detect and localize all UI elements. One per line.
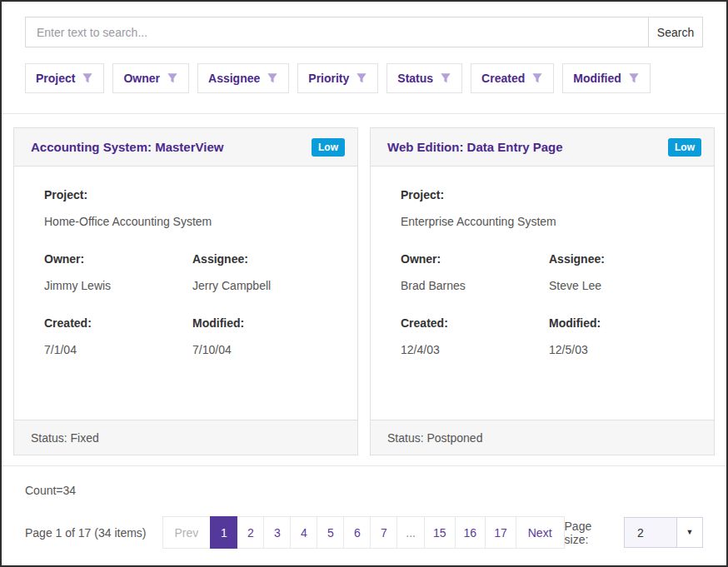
field-label: Project:	[44, 188, 341, 201]
field-value: Enterprise Accounting System	[401, 215, 697, 228]
filter-button-owner[interactable]: Owner	[112, 63, 189, 93]
page-size-dropdown-button[interactable]: ▼	[676, 518, 702, 547]
search-bar: Search	[25, 17, 703, 47]
filter-funnel-icon	[531, 72, 543, 84]
page-size-value[interactable]: 2	[625, 518, 676, 547]
page-size-label: Page size:	[565, 520, 616, 546]
filter-button-label: Assignee	[208, 72, 260, 85]
chevron-down-icon: ▼	[686, 529, 694, 536]
count-summary: Count=34	[25, 484, 703, 497]
card-view-window: Search Project Owner Assignee Priority S…	[0, 0, 728, 567]
pager-page-5[interactable]: 5	[317, 516, 344, 549]
top-divider	[2, 113, 726, 114]
card-list: Accounting System: MasterView Low Projec…	[13, 127, 715, 455]
filter-funnel-icon	[628, 72, 640, 84]
search-input[interactable]	[25, 17, 648, 47]
field-label: Created:	[401, 316, 549, 330]
filter-button-label: Owner	[123, 72, 160, 85]
field-row-created-modified: Created: 7/1/04 Modified: 7/10/04	[44, 316, 341, 356]
pager-prev-button[interactable]: Prev	[162, 516, 212, 549]
field-label: Modified:	[549, 316, 697, 330]
page-size-combobox: 2 ▼	[624, 517, 703, 548]
card-body: Project: Enterprise Accounting System Ow…	[371, 167, 714, 420]
field-created: Created: 7/1/04	[44, 316, 192, 356]
field-project: Project: Enterprise Accounting System	[401, 188, 697, 228]
pager-page-16[interactable]: 16	[455, 516, 486, 549]
field-value: Brad Barnes	[401, 279, 549, 292]
field-owner: Owner: Brad Barnes	[401, 252, 549, 292]
pager-page-3[interactable]: 3	[263, 516, 291, 549]
filter-button-label: Modified	[573, 72, 621, 85]
field-modified: Modified: 12/5/03	[549, 316, 697, 356]
field-value: Home-Office Accounting System	[44, 215, 341, 228]
pagination-bar: Page 1 of 17 (34 items) Prev 1 2 3 4 5 6…	[25, 516, 703, 549]
pager-page-17[interactable]: 17	[485, 516, 516, 549]
status-text: Status: Postponed	[387, 431, 482, 445]
card-title: Accounting System: MasterView	[31, 140, 223, 154]
field-value: Jerry Campbell	[192, 279, 341, 292]
record-card: Web Edition: Data Entry Page Low Project…	[370, 127, 715, 455]
field-row-created-modified: Created: 12/4/03 Modified: 12/5/03	[401, 316, 697, 356]
pager-page-4[interactable]: 4	[290, 516, 317, 549]
field-label: Assignee:	[549, 252, 697, 266]
pager-ellipsis: ...	[396, 516, 425, 549]
field-row-owner-assignee: Owner: Brad Barnes Assignee: Steve Lee	[401, 252, 697, 292]
field-row-owner-assignee: Owner: Jimmy Lewis Assignee: Jerry Campb…	[44, 252, 341, 292]
field-modified: Modified: 7/10/04	[192, 316, 341, 356]
pager-next-button[interactable]: Next	[516, 516, 565, 549]
filter-button-modified[interactable]: Modified	[562, 63, 651, 93]
filter-funnel-icon	[356, 72, 367, 84]
field-label: Owner:	[401, 252, 549, 266]
card-header: Web Edition: Data Entry Page Low	[371, 128, 714, 167]
field-value: Jimmy Lewis	[44, 279, 192, 292]
field-value: 7/10/04	[192, 343, 341, 356]
field-label: Modified:	[192, 316, 341, 330]
priority-badge: Low	[312, 138, 345, 157]
pager-page-6[interactable]: 6	[343, 516, 371, 549]
field-label: Project:	[401, 188, 697, 201]
pager-page-15[interactable]: 15	[424, 516, 456, 549]
priority-badge: Low	[668, 138, 701, 157]
search-button[interactable]: Search	[648, 17, 703, 47]
field-label: Owner:	[44, 252, 192, 266]
field-value: 12/4/03	[401, 343, 549, 356]
filter-button-status[interactable]: Status	[386, 63, 462, 93]
filter-funnel-icon	[82, 72, 93, 84]
card-status-footer: Status: Fixed	[14, 420, 357, 455]
field-owner: Owner: Jimmy Lewis	[44, 252, 192, 292]
filter-button-label: Created	[481, 72, 525, 85]
filter-button-label: Status	[397, 72, 433, 85]
pager-page-7[interactable]: 7	[370, 516, 397, 549]
record-card: Accounting System: MasterView Low Projec…	[13, 127, 358, 455]
card-status-footer: Status: Postponed	[371, 420, 714, 455]
field-value: Steve Lee	[549, 279, 697, 292]
filter-row: Project Owner Assignee Priority Status C…	[25, 63, 703, 93]
bottom-divider	[2, 465, 726, 466]
filter-button-label: Priority	[308, 72, 349, 85]
filter-button-label: Project	[36, 72, 75, 85]
field-assignee: Assignee: Steve Lee	[549, 252, 697, 292]
filter-button-priority[interactable]: Priority	[297, 63, 378, 93]
filter-button-assignee[interactable]: Assignee	[197, 63, 289, 93]
filter-button-project[interactable]: Project	[25, 63, 104, 93]
pager-info: Page 1 of 17 (34 items)	[25, 526, 147, 540]
field-value: 7/1/04	[44, 343, 192, 356]
pager-page-1[interactable]: 1	[210, 516, 237, 549]
pager-page-2[interactable]: 2	[237, 516, 264, 549]
filter-funnel-icon	[267, 72, 278, 84]
status-text: Status: Fixed	[31, 431, 99, 445]
field-project: Project: Home-Office Accounting System	[44, 188, 341, 228]
field-label: Created:	[44, 316, 192, 330]
card-title: Web Edition: Data Entry Page	[387, 140, 563, 154]
filter-funnel-icon	[167, 72, 178, 84]
field-assignee: Assignee: Jerry Campbell	[192, 252, 341, 292]
pager: Prev 1 2 3 4 5 6 7 ... 15 16 17 Next	[163, 516, 565, 549]
card-body: Project: Home-Office Accounting System O…	[14, 167, 357, 420]
field-created: Created: 12/4/03	[401, 316, 549, 356]
field-value: 12/5/03	[549, 343, 697, 356]
filter-button-created[interactable]: Created	[471, 63, 554, 93]
card-header: Accounting System: MasterView Low	[14, 128, 357, 167]
page-size-control: Page size: 2 ▼	[565, 517, 703, 548]
field-label: Assignee:	[192, 252, 341, 266]
filter-funnel-icon	[440, 72, 451, 84]
